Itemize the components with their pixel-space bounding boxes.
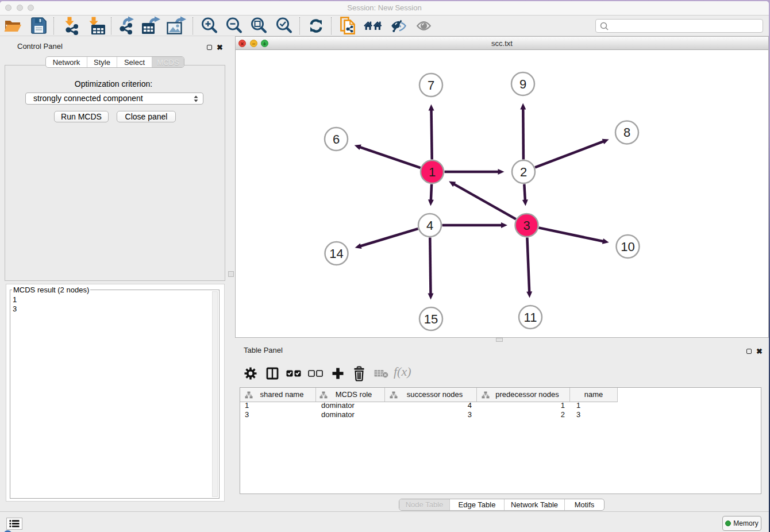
- svg-text:3: 3: [523, 218, 530, 233]
- svg-text:11: 11: [524, 310, 537, 325]
- svg-text:6: 6: [333, 132, 340, 147]
- svg-text:9: 9: [519, 77, 526, 91]
- svg-text:1: 1: [429, 165, 436, 179]
- svg-text:10: 10: [621, 240, 634, 254]
- svg-text:4: 4: [426, 218, 433, 233]
- svg-text:8: 8: [623, 125, 630, 140]
- svg-text:14: 14: [329, 246, 343, 261]
- svg-text:15: 15: [424, 312, 438, 326]
- svg-text:2: 2: [520, 165, 527, 179]
- svg-text:7: 7: [428, 78, 434, 92]
